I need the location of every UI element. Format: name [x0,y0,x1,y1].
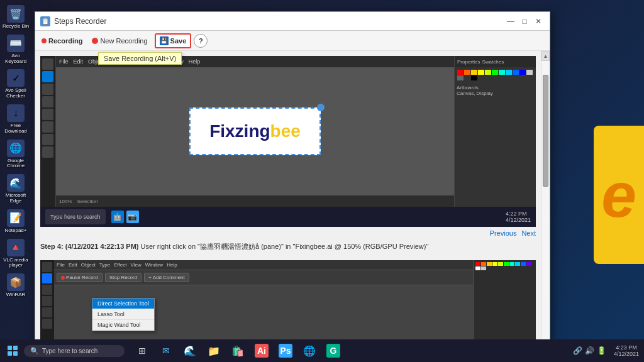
swatch [475,266,480,270]
battery-icon[interactable]: 🔋 [597,346,606,355]
ps2-tool-3 [42,285,52,295]
taskbar-chrome-button[interactable]: 🌐 [298,339,321,362]
ps-tool-2 [42,71,53,82]
store-icon: 🛍️ [231,345,244,357]
volume-icon[interactable]: 🔊 [585,346,594,355]
chrome-label: Google Chrome [2,158,30,170]
taskbar-ai-icon: 🤖 [111,211,124,223]
taskbar-folder-button[interactable]: 📁 [203,339,225,362]
taskbar-item-1: Type here to search [45,209,106,224]
recyclebin-icon: 🗑️ [7,5,25,23]
ps-panel-header: Properties Swatches [455,56,536,67]
ps2-stop-record-btn[interactable]: Stop Record [105,273,142,282]
ps2-swatches [475,262,534,270]
swatch [481,266,486,270]
screenshot-section-2: File Edit Object Type Effect View Window… [35,255,541,350]
desktop-icon-recyclebin[interactable]: 🗑️ Recycle Bin [1,3,31,31]
taskbar-clock[interactable]: 4:23 PM 4/12/2021 [611,344,641,357]
edge-taskbar-icon: 🌊 [184,345,196,357]
swatch [464,75,470,80]
desktop-icon-freedownload[interactable]: ↓ Free Download [1,102,31,136]
scrollbar[interactable]: ▲ ▼ [541,51,550,350]
start-button[interactable] [3,341,23,361]
minimize-button[interactable]: — [504,15,517,28]
taskbar-app-button[interactable]: G [322,339,345,362]
search-placeholder: Type here to search [42,348,97,354]
taskbar-ps-icon: 📷 [126,211,139,223]
ps2-right-panel [473,260,536,350]
context-menu-item-1[interactable]: Direct Selection Tool [92,299,154,309]
ps-tool-1 [42,58,53,70]
ps-canvas: Fixzingbee [56,67,454,195]
taskbar-store-button[interactable]: 🛍️ [226,339,249,362]
desktop-icon-spellchecker[interactable]: ✓ Avo Spell Checker [1,67,31,101]
ps2-pause-record-btn[interactable]: Pause Record [57,273,103,282]
desktop-icon-chrome[interactable]: 🌐 Google Chrome [1,138,31,172]
ps2-tool-4 [42,296,52,306]
search-icon: 🔍 [30,347,39,355]
swatch [481,262,486,266]
win-quad-3 [8,351,12,356]
brand-element: e [594,126,644,264]
scrollbar-up-button[interactable]: ▲ [541,51,550,61]
swatch [492,70,498,75]
scrollbar-thumb[interactable] [543,75,548,187]
help-button[interactable]: ? [194,34,208,48]
taskbar-ai-button[interactable]: Ai [250,339,273,362]
taskbar-time-1: 4:22 PM 4/12/2021 [506,211,531,223]
window-title: Steps Recorder [54,17,504,26]
desktop-icon-winrar[interactable]: 📦 WinRAR [1,272,31,300]
freedownload-label: Free Download [2,123,30,134]
step-number: Step 4: (4/12/2021 4:22:13 PM) [40,243,139,250]
ps-toolbar [40,56,56,207]
windows-logo-icon [8,346,18,356]
context-menu-item-2[interactable]: Lasso Tool [92,309,154,320]
recording-label: Recording [48,37,82,45]
recyclebin-label: Recycle Bin [3,24,29,30]
swatch [499,70,505,75]
taskbar-mail-button[interactable]: ✉ [155,339,177,362]
desktop-icon-edge[interactable]: 🌊 Microsoft Edge [1,172,31,206]
previous-link[interactable]: Previous [490,229,517,237]
desktop-icon-notepad[interactable]: 📝 Notepad+ [1,207,31,236]
step-text: User right click on "協應羽糰湯悟濃妨å (pane)" i… [141,243,429,250]
content-area[interactable]: File Edit Object Type Effect View Window… [35,51,541,350]
recorder-window: 📋 Steps Recorder — □ ✕ Recording New Rec… [35,11,550,351]
ps-tool-7 [42,134,53,145]
scrollbar-track[interactable] [541,61,550,340]
swatch [471,70,477,75]
cursor-indicator [317,104,325,111]
ps-tool-8 [42,146,53,158]
swatch [464,70,470,75]
swatch [521,262,526,266]
taskbar-ps-button[interactable]: Ps [274,339,297,362]
context-menu-item-3[interactable]: Magic Wand Tool [92,320,154,331]
taskbar-app-icons: 🤖 📷 [111,211,139,223]
edge-icon: 🌊 [7,174,25,192]
save-button[interactable]: 💾 Save [155,33,192,48]
chrome-taskbar-icon: 🌐 [303,345,316,357]
save-icon: 💾 [160,36,169,45]
swatch [487,262,492,266]
next-link[interactable]: Next [521,229,536,237]
close-button[interactable]: ✕ [532,15,545,28]
ps2-tool-2 [42,273,52,283]
swatch [519,70,526,75]
swatch [509,262,514,266]
desktop-icon-keyboard[interactable]: ⌨️ Avo Keyboard [1,33,31,67]
ps2-add-comment-btn[interactable]: + Add Comment [144,273,189,282]
network-icon[interactable]: 🔗 [573,346,582,355]
taskbar-edge-button[interactable]: 🌊 [179,339,201,362]
win-quad-2 [13,346,18,350]
desktop-icon-vlc[interactable]: 🔺 VLC media player [1,237,31,271]
ps2-tool-1 [42,262,52,272]
spellchecker-icon: ✓ [7,69,25,87]
swatch [475,262,480,266]
photoshop-screenshot-2: File Edit Object Type Effect View Window… [40,260,536,350]
taskbar-task-view-button[interactable]: ⊞ [131,339,153,362]
new-recording-button[interactable]: New Recording [87,35,152,47]
taskbar-search-bar[interactable]: 🔍 Type here to search [24,345,125,357]
taskbar-system-tray: 🔗 🔊 🔋 [569,346,610,355]
maximize-button[interactable]: □ [518,15,531,28]
save-tooltip: Save Recording (Alt+V) [98,52,182,65]
